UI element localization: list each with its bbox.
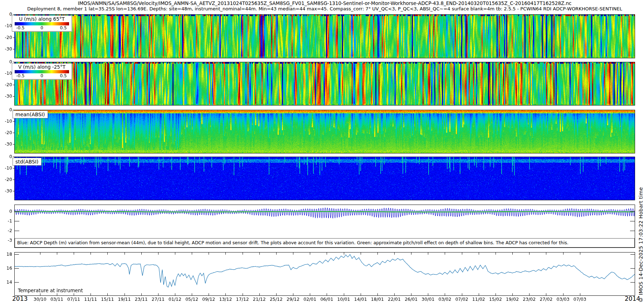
x-tick-mark-bottom xyxy=(243,293,243,295)
depth-tick-label: 0 xyxy=(1,59,12,64)
x-tick-mark-top xyxy=(377,252,378,255)
temp-tick-mark-right xyxy=(630,254,635,255)
x-tick-mark-top xyxy=(411,252,411,255)
temp-tick-mark xyxy=(15,254,19,255)
v-colorbar xyxy=(15,70,69,73)
depth-tick-label: -10 xyxy=(1,119,12,124)
depth-tick-mark xyxy=(13,14,14,15)
std-absi-title: std(ABSI) xyxy=(13,158,42,166)
x-tick-mark-bottom xyxy=(445,293,445,295)
x-tick-label: 19/11 xyxy=(116,296,133,302)
depth-tick-mark xyxy=(13,157,14,157)
x-tick-label: 29/12 xyxy=(285,296,301,302)
depth-var-tick-mark-right xyxy=(630,211,635,212)
depth-tick-label: -30 xyxy=(1,142,12,147)
x-tick-label: 18/01 xyxy=(369,296,386,302)
x-tick-mark-bottom xyxy=(293,293,293,295)
x-tick-mark-top xyxy=(428,252,428,255)
v-colorbar-tick-zero: 0 xyxy=(40,73,43,78)
x-tick-label: 03/02 xyxy=(436,296,453,302)
depth-var-tick-label: -2 xyxy=(1,228,12,233)
x-tick-mark-bottom xyxy=(225,293,226,295)
temp-tick-label: 16 xyxy=(1,266,12,271)
v-velocity-heatmap xyxy=(15,62,635,105)
x-tick-mark-bottom xyxy=(158,293,158,295)
std-absi-heatmap xyxy=(15,157,635,200)
x-tick-label: 26/01 xyxy=(403,296,419,302)
x-tick-mark-bottom xyxy=(529,293,530,295)
x-tick-mark-bottom xyxy=(141,293,142,295)
x-tick-mark-bottom xyxy=(580,293,580,295)
mean-absi-heatmap xyxy=(15,110,635,153)
depth-var-tick-mark xyxy=(15,211,19,212)
x-tick-mark-top xyxy=(361,252,361,255)
temperature-panel: Temperature at instrument xyxy=(14,252,635,296)
v-colorbar-legend: V (m/s) along -25°T -0.5 0 0.5 xyxy=(12,63,72,79)
depth-var-tick-mark-right xyxy=(630,231,635,231)
x-tick-mark-bottom xyxy=(209,293,209,295)
x-tick-label: 30/01 xyxy=(420,296,436,302)
x-tick-mark-top xyxy=(141,252,142,255)
x-tick-mark-top xyxy=(394,252,395,255)
x-tick-mark-bottom xyxy=(175,293,175,295)
x-tick-label: 07/11 xyxy=(65,296,82,302)
x-tick-mark-top xyxy=(40,252,40,255)
x-tick-label: 27/02 xyxy=(538,296,554,302)
x-tick-mark-top xyxy=(293,252,293,255)
temp-tick-mark xyxy=(15,282,19,283)
depth-tick-label: -30 xyxy=(1,94,12,99)
x-tick-mark-top xyxy=(209,252,209,255)
depth-tick-label: 0 xyxy=(1,12,12,17)
plot-title-filename: IMOS/ANMN/SA/SAM8SG/Velocity/IMOS_ANMN-S… xyxy=(14,0,635,6)
depth-tick-label: -10 xyxy=(1,166,12,171)
depth-tick-mark xyxy=(13,62,14,62)
x-tick-mark-bottom xyxy=(91,293,91,295)
x-tick-label: 27/11 xyxy=(150,296,166,302)
x-tick-mark-top xyxy=(158,252,158,255)
depth-tick-mark xyxy=(13,38,14,38)
x-tick-mark-top xyxy=(327,252,327,255)
x-tick-label: 14/01 xyxy=(352,296,369,302)
temp-tick-mark-right xyxy=(630,282,635,283)
temp-tick-label: 14 xyxy=(1,280,12,285)
temp-tick-mark-right xyxy=(630,268,635,269)
x-axis-start-year: 2013 xyxy=(12,295,28,302)
x-tick-mark-top xyxy=(243,252,243,255)
depth-var-tick-mark-right xyxy=(630,221,635,221)
x-tick-mark-top xyxy=(479,252,479,255)
x-tick-label: 05/12 xyxy=(184,296,200,302)
mean-absi-title: mean(ABSI) xyxy=(13,111,48,118)
x-tick-label: 02/01 xyxy=(302,296,318,302)
temperature-line-chart xyxy=(15,252,635,295)
depth-tick-mark xyxy=(13,110,14,110)
x-tick-mark-bottom xyxy=(259,293,260,295)
x-tick-label: 21/12 xyxy=(251,296,268,302)
plot-subtitle-deployment-info: Deployment 8, member 1 lat=35.25S lon=13… xyxy=(14,6,635,11)
depth-tick-mark xyxy=(13,180,14,180)
x-tick-label: 07/02 xyxy=(454,296,470,302)
depth-tick-label: -30 xyxy=(1,46,12,52)
x-tick-mark-bottom xyxy=(377,293,378,295)
x-tick-mark-top xyxy=(310,252,310,255)
temp-tick-label: 18 xyxy=(1,252,12,257)
x-tick-mark-bottom xyxy=(327,293,327,295)
x-tick-mark-top xyxy=(276,252,277,255)
x-tick-label: 11/02 xyxy=(470,296,487,302)
depth-tick-mark xyxy=(13,191,14,191)
depth-tick-mark xyxy=(13,96,14,97)
x-tick-mark-top xyxy=(529,252,530,255)
x-tick-label: 25/12 xyxy=(268,296,284,302)
depth-tick-label: -30 xyxy=(1,188,12,193)
u-colorbar-legend: U (m/s) along 65°T -0.5 0 0.5 xyxy=(12,15,72,31)
depth-tick-label: -20 xyxy=(1,130,12,135)
x-tick-mark-top xyxy=(74,252,74,255)
depth-variation-panel: Blue: ADCP Depth (m) variation from sens… xyxy=(14,205,635,248)
x-tick-mark-bottom xyxy=(394,293,395,295)
x-tick-label: 01/12 xyxy=(167,296,183,302)
adcp-deployment-plot: IMOS/ANMN/SA/SAM8SG/Velocity/IMOS_ANMN-S… xyxy=(0,0,644,304)
depth-var-tick-label: -1 xyxy=(1,219,12,224)
x-tick-mark-bottom xyxy=(344,293,344,295)
u-colorbar-tick-zero: 0 xyxy=(40,25,43,30)
x-tick-mark-top xyxy=(563,252,564,255)
temperature-line xyxy=(15,254,635,287)
